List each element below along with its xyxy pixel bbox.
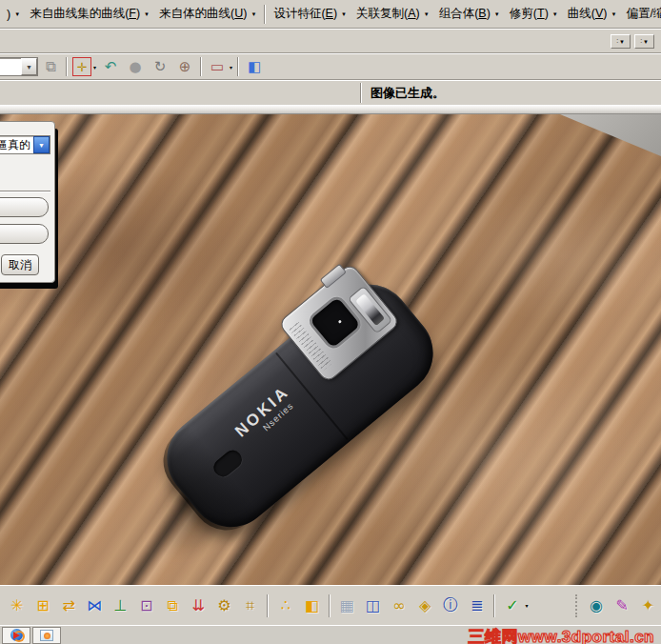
grip-dots-icon: ∶ <box>616 38 618 46</box>
create-component-icon[interactable]: ✳ <box>7 594 28 617</box>
toolbar-row-2: ∶ ▼ ∶ ▼ <box>0 29 661 53</box>
chevron-down-icon: ▼ <box>144 11 150 17</box>
render-camera-icon[interactable]: ◉ <box>586 594 607 617</box>
show-degrees-of-freedom-icon[interactable]: ◧ <box>301 594 322 617</box>
chevron-down-icon: ▼ <box>552 11 558 17</box>
assembly-sequence-icon[interactable]: ⇊ <box>188 594 209 617</box>
assembly-constraints-icon[interactable]: ⊥ <box>110 594 130 617</box>
product-outline-icon[interactable]: ▦ <box>336 594 357 617</box>
nx-application-window: ) ▼ 来自曲线集的曲线(F) ▼ 来自体的曲线(U) ▼ 设计特征(E) ▼ … <box>0 0 661 644</box>
chevron-down-icon: ▼ <box>341 11 347 17</box>
dialog-button-1[interactable] <box>0 197 49 217</box>
chevron-down-icon: ▼ <box>494 11 500 17</box>
high-quality-image-dialog: 逼真的 ▼ 取消 <box>0 121 55 283</box>
grip-dots-icon: ∶ <box>640 38 642 46</box>
chevron-down-icon: ▼ <box>643 39 649 45</box>
wave-geometry-linker-icon[interactable]: ⧉ <box>162 594 183 617</box>
cancel-button[interactable]: 取消 <box>1 254 39 275</box>
image-icon <box>40 630 53 641</box>
status-bar: 图像已生成。 <box>0 80 661 105</box>
menu-label: 偏置/缩放(O) <box>626 6 661 22</box>
combo-field[interactable] <box>0 58 21 75</box>
menu-label: 修剪(T) <box>510 6 549 22</box>
edit-component-icon[interactable]: ⚙ <box>213 594 234 617</box>
chevron-down-icon: ▼ <box>619 39 625 45</box>
undo-icon[interactable]: ↶ <box>100 56 121 77</box>
menu-item-offset-scale[interactable]: 偏置/缩放(O) ▼ <box>621 3 661 25</box>
link-information-icon[interactable]: ⓘ <box>440 594 461 617</box>
chevron-down-icon: ▼ <box>38 142 45 149</box>
chevron-down-icon: ▼ <box>424 11 430 17</box>
art-appearance-icon[interactable]: ✎ <box>611 594 632 617</box>
toolbar-row-3: ▼ ⧉ ✛ ▾ ↶ ● ↻ ⊕ ▭ ▾ ◧ <box>0 53 661 80</box>
menu-item-curve[interactable]: 曲线(V) ▼ <box>563 3 622 25</box>
menu-item-trim[interactable]: 修剪(T) ▼ <box>505 3 563 25</box>
toolbar-separator <box>237 57 239 76</box>
relations-browser-icon[interactable]: ≣ <box>466 594 487 617</box>
chevron-down-icon: ▼ <box>611 11 616 17</box>
menu-label: 关联复制(A) <box>356 6 420 22</box>
menu-item-clipped[interactable]: ) ▼ <box>2 5 25 24</box>
render-style-combo[interactable]: 逼真的 ▼ <box>0 135 50 154</box>
menu-label: 设计特征(E) <box>273 6 337 22</box>
dialog-button-2[interactable] <box>0 224 49 244</box>
display-component-window-icon[interactable]: ◫ <box>363 594 384 617</box>
menu-label: 组合体(B) <box>439 6 491 22</box>
rotate-view-icon[interactable]: ↻ <box>150 56 170 77</box>
pan-view-icon[interactable]: ⊕ <box>174 56 195 77</box>
toolbar-separator <box>200 57 202 76</box>
toolbar-grip-handle[interactable] <box>575 594 578 617</box>
graphics-window-tab[interactable] <box>2 627 30 644</box>
snap-view-icon[interactable]: ⧉ <box>40 56 61 77</box>
exploded-views-icon[interactable]: ∴ <box>275 594 296 617</box>
arrangements-icon[interactable]: ✓ <box>502 594 523 617</box>
status-message: 图像已生成。 <box>371 85 445 102</box>
chevron-down-icon: ▼ <box>250 11 256 17</box>
clipped-toolbar-icon[interactable]: ✦ <box>637 594 658 617</box>
menu-item-combine-body[interactable]: 组合体(B) ▼ <box>434 3 505 25</box>
chevron-down-icon: ▼ <box>14 11 20 17</box>
render-style-value: 逼真的 <box>0 137 33 153</box>
assemblies-toolbar: ✳ ⊞ ⇄ ⋈ ⊥ ⊡ ⧉ ⇊ ⚙ ⌗ ∴ ◧ ▦ ◫ ∞ ◈ ⓘ ≣ ✓ ▾ … <box>0 585 661 625</box>
toolbar-overflow-button[interactable]: ∶ ▼ <box>634 34 654 49</box>
status-divider <box>360 83 362 103</box>
window-tab-bar: 三维网www.3dportal.cn <box>0 625 661 644</box>
watermark-text: 三维网www.3dportal.cn <box>469 626 654 644</box>
chevron-down-icon[interactable]: ▾ <box>525 602 528 609</box>
remember-constraints-icon[interactable]: ⊡ <box>136 594 157 617</box>
chevron-down-icon: ▼ <box>26 64 32 70</box>
marquee-select-icon[interactable]: ▭ <box>207 56 228 77</box>
dialog-separator <box>0 191 50 192</box>
menu-label: 曲线(V) <box>568 6 608 22</box>
shaded-solid-icon[interactable]: ● <box>125 56 146 77</box>
menu-item-associative-copy[interactable]: 关联复制(A) ▼ <box>351 3 434 25</box>
chevron-down-icon[interactable]: ▾ <box>93 64 96 70</box>
substitute-component-icon[interactable]: ⌗ <box>240 594 261 617</box>
view-cube-icon[interactable]: ◧ <box>244 56 265 77</box>
viewport-top-ridge <box>0 105 661 114</box>
menu-label: ) <box>7 8 10 21</box>
toolbar-separator <box>493 594 495 617</box>
menu-toolbar: ) ▼ 来自曲线集的曲线(F) ▼ 来自体的曲线(U) ▼ 设计特征(E) ▼ … <box>0 0 661 29</box>
selection-filter-icon[interactable]: ✛ <box>72 57 91 76</box>
graphics-viewport[interactable]: NOKIA Nseries 逼真的 ▼ 取消 <box>0 105 661 585</box>
interpart-link-icon[interactable]: ∞ <box>389 594 410 617</box>
move-component-icon[interactable]: ⇄ <box>58 594 79 617</box>
combo-dropdown-button[interactable]: ▼ <box>33 136 50 153</box>
toolbar-overflow-button[interactable]: ∶ ▼ <box>611 34 631 49</box>
menu-item-curve-from-curve-set[interactable]: 来自曲线集的曲线(F) ▼ <box>25 3 154 25</box>
toolbar-separator <box>264 5 266 24</box>
product-interface-icon[interactable]: ◈ <box>414 594 435 617</box>
view-filter-combo[interactable]: ▼ <box>0 57 38 76</box>
image-window-tab[interactable] <box>32 627 61 644</box>
menu-item-curve-from-body[interactable]: 来自体的曲线(U) ▼ <box>154 3 261 25</box>
add-component-icon[interactable]: ⊞ <box>32 594 53 617</box>
menu-label: 来自体的曲线(U) <box>159 6 247 22</box>
nx-logo-icon <box>10 629 23 641</box>
combo-dropdown-button[interactable]: ▼ <box>21 58 37 75</box>
menu-item-design-feature[interactable]: 设计特征(E) ▼ <box>269 3 351 25</box>
menu-label: 来自曲线集的曲线(F) <box>30 6 140 22</box>
chevron-down-icon[interactable]: ▾ <box>230 64 232 70</box>
toolbar-separator <box>66 57 68 76</box>
mirror-assembly-icon[interactable]: ⋈ <box>84 594 105 617</box>
